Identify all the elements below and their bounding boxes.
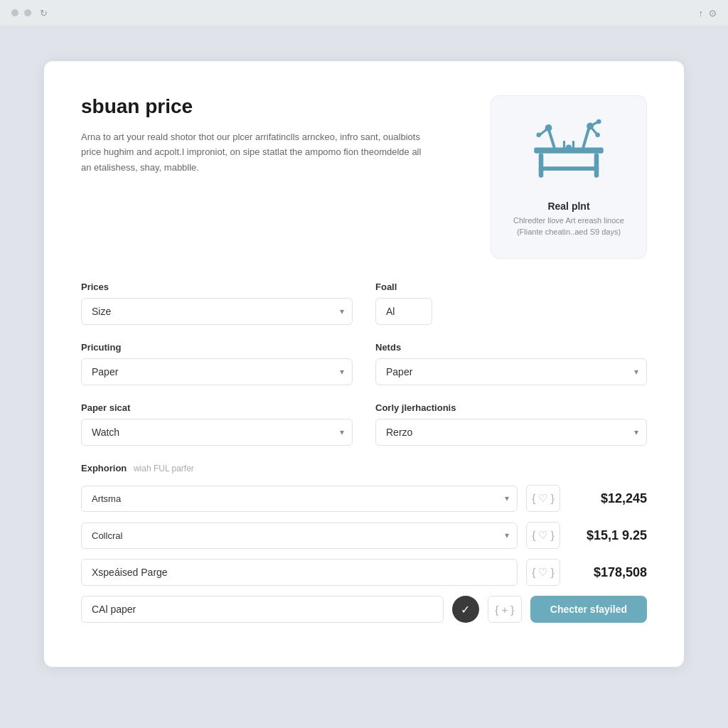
svg-line-6	[540, 127, 548, 134]
svg-line-8	[583, 127, 589, 147]
svg-point-14	[566, 144, 572, 150]
paper-sicat-select-wrapper: Watch	[81, 419, 353, 446]
exphorion-label-text: Exphorion	[81, 463, 127, 473]
pricuting-select-wrapper: Paper	[81, 358, 353, 385]
header-row: sbuan price Arna to art your reald shoto…	[81, 95, 647, 259]
svg-rect-3	[539, 166, 599, 171]
artsma-select-wrapper: Artsma	[81, 486, 518, 512]
price-row-3: { ♡ } $178,508	[81, 559, 647, 586]
foall-group: Foall	[375, 282, 647, 325]
paper-sicat-select[interactable]: Watch	[81, 419, 353, 446]
collcral-select[interactable]: Collcral	[81, 523, 518, 549]
netds-group: Netds Paper	[375, 342, 647, 385]
product-image-box: Real plnt Chlredter llove Art ereash lin…	[491, 95, 647, 259]
price-row-4: ✓ { + } Checter sfayiled	[81, 596, 647, 623]
price-value-3: $178,508	[569, 565, 647, 580]
heart-btn-1[interactable]: { ♡ }	[526, 485, 560, 512]
svg-point-13	[595, 132, 600, 137]
plus-btn[interactable]: { + }	[488, 596, 522, 623]
form-row-1: Prices Size Foall	[81, 282, 647, 325]
price-value-2: $15,1 9.25	[569, 528, 647, 543]
paper-sicat-group: Paper sicat Watch	[81, 402, 353, 446]
main-card: sbuan price Arna to art your reald shoto…	[44, 61, 684, 667]
product-sublabel: Chlredter llove Art ereash linoce (Flian…	[491, 215, 646, 238]
netds-select-wrapper: Paper	[375, 358, 647, 385]
pricuting-label: Pricuting	[81, 342, 353, 353]
pricuting-group: Pricuting Paper	[81, 342, 353, 385]
heart-btn-2[interactable]: { ♡ }	[526, 522, 560, 549]
product-label: Real plnt	[547, 200, 589, 212]
check-btn[interactable]: ✓	[452, 596, 479, 623]
cal-paper-input[interactable]	[81, 596, 444, 623]
browser-bar: ↻ ↑ ⊙	[0, 0, 728, 26]
foall-label: Foall	[375, 282, 647, 292]
corly-group: Corly jlerhactionis Rerzo	[375, 402, 647, 446]
upload-icon[interactable]: ↑	[699, 8, 704, 18]
netds-select[interactable]: Paper	[375, 358, 647, 385]
corly-select[interactable]: Rerzo	[375, 419, 647, 446]
page-title: sbuan price	[81, 95, 462, 118]
page-description: Arna to art your reald shotor thot our p…	[81, 129, 422, 175]
svg-point-7	[537, 132, 542, 137]
profile-icon[interactable]: ⊙	[709, 8, 717, 18]
browser-dot-1	[11, 9, 18, 16]
corly-label: Corly jlerhactionis	[375, 402, 647, 413]
svg-rect-2	[594, 153, 599, 177]
prices-select[interactable]: Size	[81, 298, 353, 325]
prices-label: Prices	[81, 282, 353, 292]
corly-select-wrapper: Rerzo	[375, 419, 647, 446]
exphorion-sublabel-text: wiah FUL parfer	[134, 464, 194, 473]
netds-label: Netds	[375, 342, 647, 353]
collcral-select-wrapper: Collcral	[81, 523, 518, 549]
svg-line-4	[549, 129, 555, 147]
product-icon	[523, 117, 615, 191]
price-row-2: Collcral { ♡ } $15,1 9.25	[81, 522, 647, 549]
price-row-1: Artsma { ♡ } $12,245	[81, 485, 647, 512]
exphorion-label-row: Exphorion wiah FUL parfer	[81, 463, 647, 473]
heart-btn-3[interactable]: { ♡ }	[526, 559, 560, 586]
xspeaised-input[interactable]	[81, 559, 518, 586]
form-section: Prices Size Foall Pricuting Paper	[81, 282, 647, 623]
prices-group: Prices Size	[81, 282, 353, 325]
form-row-2: Pricuting Paper Netds Paper	[81, 342, 647, 385]
paper-sicat-label: Paper sicat	[81, 402, 353, 413]
foall-input[interactable]	[375, 298, 432, 325]
header-left: sbuan price Arna to art your reald shoto…	[81, 95, 462, 175]
browser-refresh[interactable]: ↻	[40, 8, 48, 18]
artsma-select[interactable]: Artsma	[81, 486, 518, 512]
svg-rect-1	[539, 153, 544, 177]
price-value-1: $12,245	[569, 491, 647, 506]
browser-icons: ↑ ⊙	[699, 8, 717, 18]
form-row-3: Paper sicat Watch Corly jlerhactionis Re…	[81, 402, 647, 446]
svg-point-11	[596, 119, 601, 124]
browser-dot-2	[24, 9, 31, 16]
action-button[interactable]: Checter sfayiled	[530, 596, 647, 623]
prices-select-wrapper: Size	[81, 298, 353, 325]
pricuting-select[interactable]: Paper	[81, 358, 353, 385]
